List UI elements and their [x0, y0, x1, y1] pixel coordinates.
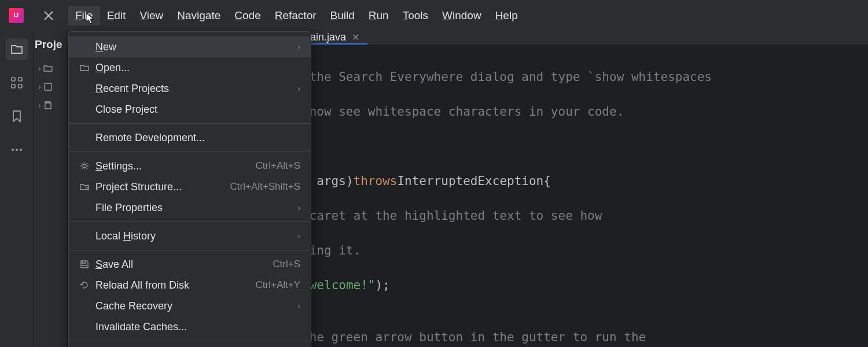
svg-rect-0	[12, 77, 15, 81]
separator	[69, 341, 311, 341]
menu-reload-from-disk[interactable]: Reload All from Disk Ctrl+Alt+Y	[69, 275, 311, 296]
titlebar: IJ File Edit View Navigate Code Refactor…	[0, 0, 868, 31]
menu-settings[interactable]: Settings... Ctrl+Alt+S	[69, 156, 311, 176]
chevron-right-icon: ›	[297, 84, 300, 93]
project-title: Proje	[34, 38, 67, 51]
menu-help[interactable]: Help	[488, 6, 525, 25]
chevron-right-icon: ›	[297, 203, 300, 212]
project-tool-icon[interactable]	[6, 38, 28, 60]
menu-project-structure[interactable]: Project Structure... Ctrl+Alt+Shift+S	[69, 176, 311, 197]
menubar: File Edit View Navigate Code Refactor Bu…	[65, 6, 525, 25]
menu-navigate[interactable]: Navigate	[170, 6, 227, 25]
menu-recent-projects[interactable]: Recent Projects›	[69, 78, 311, 99]
gear-icon	[79, 161, 90, 171]
menu-new[interactable]: New›	[69, 36, 311, 57]
separator	[69, 250, 311, 250]
menu-window[interactable]: Window	[435, 6, 488, 25]
menu-cache-recovery[interactable]: Cache Recovery›	[69, 296, 311, 316]
svg-point-6	[20, 149, 22, 151]
file-menu-dropdown: New› Open... Recent Projects› Close Proj…	[68, 31, 311, 347]
svg-point-5	[16, 149, 18, 151]
structure-tool-icon[interactable]	[6, 72, 28, 94]
menu-remote-development[interactable]: Remote Development...	[69, 127, 311, 148]
svg-rect-2	[12, 84, 15, 88]
menu-refactor[interactable]: Refactor	[268, 6, 323, 25]
svg-rect-3	[19, 84, 22, 88]
svg-rect-1	[19, 77, 22, 81]
app-icon: IJ	[0, 8, 32, 23]
tool-rail	[0, 31, 34, 347]
chevron-right-icon: ›	[297, 42, 300, 51]
tree-row[interactable]: ›	[38, 59, 67, 77]
chevron-right-icon: ›	[38, 101, 41, 110]
menu-save-all[interactable]: Save All Ctrl+S	[69, 254, 311, 275]
svg-point-4	[12, 149, 14, 151]
editor-tab[interactable]: ain.java ✕	[302, 31, 367, 45]
menu-open[interactable]: Open...	[69, 57, 311, 78]
chevron-right-icon: ›	[297, 301, 300, 311]
close-icon[interactable]	[32, 0, 65, 31]
bookmarks-tool-icon[interactable]	[6, 105, 28, 127]
tree-row[interactable]: ›	[38, 96, 67, 115]
menu-run[interactable]: Run	[362, 6, 396, 25]
menu-manage-ide-settings[interactable]: Manage IDE Settings›	[69, 345, 311, 347]
menu-edit[interactable]: Edit	[100, 6, 133, 25]
save-icon	[79, 260, 90, 269]
tab-label: ain.java	[310, 31, 346, 43]
separator	[69, 123, 311, 124]
close-icon[interactable]: ✕	[352, 32, 359, 43]
menu-view[interactable]: View	[133, 6, 170, 25]
more-tool-icon[interactable]	[6, 139, 28, 161]
menu-invalidate-caches[interactable]: Invalidate Caches...	[69, 316, 311, 337]
separator	[69, 152, 311, 152]
tree-row[interactable]: ›	[38, 77, 67, 96]
structure-icon	[79, 182, 90, 191]
menu-file[interactable]: File	[68, 6, 100, 25]
separator	[69, 222, 311, 222]
chevron-right-icon: ›	[38, 64, 41, 73]
menu-file-properties[interactable]: File Properties›	[69, 197, 311, 218]
menu-tools[interactable]: Tools	[396, 6, 435, 25]
chevron-right-icon: ›	[38, 82, 41, 91]
menu-build[interactable]: Build	[323, 6, 362, 25]
reload-icon	[79, 280, 90, 290]
menu-local-history[interactable]: Local History›	[69, 226, 311, 246]
menu-code[interactable]: Code	[227, 6, 267, 25]
project-sidebar[interactable]: Proje › › ›	[34, 31, 67, 347]
menu-close-project[interactable]: Close Project	[69, 99, 311, 120]
folder-icon	[79, 63, 90, 72]
svg-point-8	[83, 164, 86, 168]
chevron-right-icon: ›	[297, 231, 300, 241]
svg-rect-7	[45, 83, 52, 90]
